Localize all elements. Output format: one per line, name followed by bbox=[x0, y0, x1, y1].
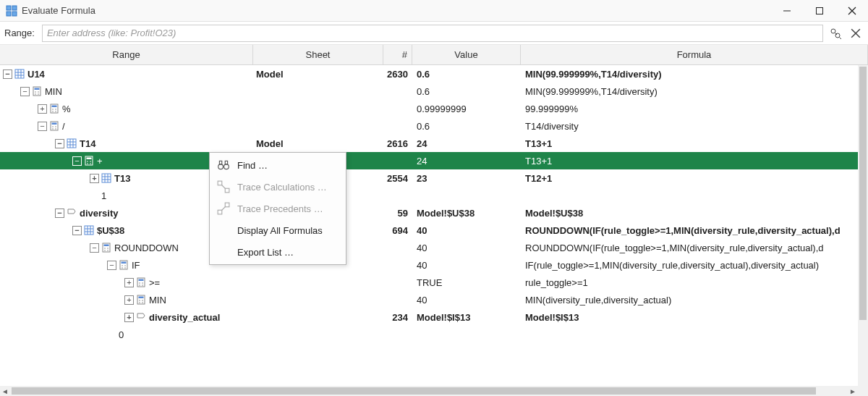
sheet-cell bbox=[253, 326, 383, 343]
node-label: ROUNDDOWN bbox=[114, 243, 179, 253]
formula-cell: rule_toggle>=1 bbox=[521, 274, 858, 291]
svg-point-22 bbox=[38, 91, 39, 93]
svg-rect-2 bbox=[7, 12, 11, 16]
tree-row[interactable]: −+24T13+1 bbox=[0, 152, 858, 169]
col-range[interactable]: Range bbox=[0, 45, 253, 64]
calc-icon bbox=[49, 104, 59, 114]
value-cell: 23 bbox=[412, 169, 521, 187]
tree-row[interactable]: −$U$3869440ROUNDDOWN(IF(rule_toggle>=1,M… bbox=[0, 222, 858, 239]
svg-rect-48 bbox=[102, 174, 111, 182]
tree-row[interactable]: +MIN40MIN(diversity_rule,diversity_actua… bbox=[0, 291, 858, 308]
tree-row[interactable]: 1 bbox=[0, 187, 858, 204]
tree-row[interactable]: −U14Model26300.6MIN(99.999999%,T14/diver… bbox=[0, 65, 858, 83]
value-cell: Model!$I$13 bbox=[412, 308, 521, 326]
svg-rect-1 bbox=[12, 6, 17, 10]
formula-cell: MIN(99.999999%,T14/diversity) bbox=[521, 65, 858, 83]
num-cell bbox=[383, 326, 412, 343]
expand-toggle[interactable]: + bbox=[124, 278, 134, 287]
num-cell bbox=[383, 187, 412, 204]
ctx-display-all[interactable]: Display All Formulas bbox=[210, 219, 346, 241]
svg-point-81 bbox=[142, 302, 143, 303]
tree-row[interactable]: +%0.9999999999.999999% bbox=[0, 100, 858, 117]
col-formula[interactable]: Formula bbox=[521, 45, 868, 64]
find-icon[interactable] bbox=[827, 25, 843, 41]
svg-point-24 bbox=[38, 93, 39, 95]
ctx-export-list-label: Export List … bbox=[237, 247, 294, 258]
svg-rect-0 bbox=[7, 6, 11, 10]
svg-point-66 bbox=[122, 265, 123, 266]
tree-row[interactable]: +T13255423T12+1 bbox=[0, 169, 858, 187]
svg-point-61 bbox=[107, 248, 109, 249]
num-cell: 2630 bbox=[383, 65, 412, 83]
node-label: diversity_actual bbox=[149, 312, 220, 323]
tree-row[interactable]: −MIN0.6MIN(99.999999%,T14/diversity) bbox=[0, 83, 858, 100]
tree-row[interactable]: −/0.6T14/diversity bbox=[0, 117, 858, 135]
collapse-toggle[interactable]: − bbox=[55, 208, 64, 218]
ctx-export-list[interactable]: Export List … bbox=[210, 241, 346, 263]
svg-line-88 bbox=[222, 185, 226, 189]
blank-icon bbox=[217, 224, 230, 237]
tree-container: −U14Model26300.6MIN(99.999999%,T14/diver… bbox=[0, 65, 868, 396]
collapse-toggle[interactable]: − bbox=[20, 87, 30, 96]
tree-row[interactable]: +>=TRUErule_toggle>=1 bbox=[0, 274, 858, 291]
node-label: MIN bbox=[45, 86, 62, 97]
svg-point-10 bbox=[835, 33, 840, 38]
formula-cell: T13+1 bbox=[521, 135, 858, 152]
value-cell: 0.6 bbox=[412, 65, 521, 83]
node-label: / bbox=[62, 121, 65, 132]
collapse-toggle[interactable]: − bbox=[107, 261, 116, 270]
col-num[interactable]: # bbox=[383, 45, 412, 64]
close-panel-icon[interactable] bbox=[848, 25, 864, 41]
ctx-find[interactable]: Find … bbox=[210, 154, 346, 176]
trace-prec-icon bbox=[217, 202, 230, 215]
sheet-cell bbox=[253, 308, 383, 326]
maximize-button[interactable] bbox=[803, 0, 835, 22]
svg-point-34 bbox=[55, 126, 56, 127]
ctx-trace-precedents: Trace Precedents … bbox=[210, 198, 346, 219]
collapse-toggle[interactable]: − bbox=[72, 156, 82, 166]
collapse-toggle[interactable]: − bbox=[90, 243, 99, 253]
tree-grid[interactable]: −U14Model26300.6MIN(99.999999%,T14/diver… bbox=[0, 65, 858, 386]
tree-row[interactable]: 0 bbox=[0, 326, 858, 343]
col-value[interactable]: Value bbox=[412, 45, 521, 64]
range-input[interactable] bbox=[42, 25, 823, 42]
svg-rect-77 bbox=[139, 297, 144, 299]
svg-point-44 bbox=[87, 161, 88, 162]
tree-row[interactable]: −diversity59Model!$U$38Model!$U$38 bbox=[0, 204, 858, 222]
tree-row[interactable]: −IF40IF(rule_toggle>=1,MIN(diversity_rul… bbox=[0, 256, 858, 274]
horizontal-scrollbar[interactable]: ◄► bbox=[0, 386, 858, 396]
col-sheet[interactable]: Sheet bbox=[253, 45, 383, 64]
svg-line-91 bbox=[222, 207, 226, 211]
svg-rect-87 bbox=[225, 188, 229, 193]
sheet-cell bbox=[253, 274, 383, 291]
svg-rect-20 bbox=[35, 88, 40, 90]
collapse-toggle[interactable]: − bbox=[3, 69, 12, 79]
svg-point-35 bbox=[52, 128, 54, 130]
svg-rect-86 bbox=[218, 181, 222, 185]
expand-toggle[interactable]: + bbox=[38, 104, 47, 114]
value-cell: 40 bbox=[412, 239, 521, 256]
expand-toggle[interactable]: + bbox=[124, 313, 134, 322]
value-cell bbox=[412, 326, 521, 343]
tree-row[interactable]: +diversity_actual234Model!$I$13Model!$I$… bbox=[0, 308, 858, 326]
calc-icon bbox=[101, 243, 111, 253]
tree-row[interactable]: −T14Model261624T13+1 bbox=[0, 135, 858, 152]
no-toggle bbox=[107, 330, 116, 340]
collapse-toggle[interactable]: − bbox=[72, 226, 82, 235]
svg-point-23 bbox=[35, 93, 36, 95]
num-cell bbox=[383, 274, 412, 291]
minimize-button[interactable] bbox=[770, 0, 803, 22]
tree-row[interactable]: −ROUNDDOWN40ROUNDDOWN(IF(rule_toggle>=1,… bbox=[0, 239, 858, 256]
svg-point-78 bbox=[139, 300, 140, 301]
vertical-scrollbar[interactable] bbox=[858, 65, 868, 386]
collapse-toggle[interactable]: − bbox=[38, 122, 47, 131]
trace-calc-icon bbox=[217, 180, 230, 193]
sheet-cell bbox=[253, 83, 383, 100]
collapse-toggle[interactable]: − bbox=[55, 139, 64, 148]
range-bar: Range: bbox=[0, 22, 868, 45]
expand-toggle[interactable]: + bbox=[124, 295, 134, 305]
svg-point-83 bbox=[224, 164, 229, 169]
expand-toggle[interactable]: + bbox=[90, 174, 99, 183]
close-button[interactable] bbox=[835, 0, 868, 22]
svg-rect-43 bbox=[87, 158, 92, 160]
